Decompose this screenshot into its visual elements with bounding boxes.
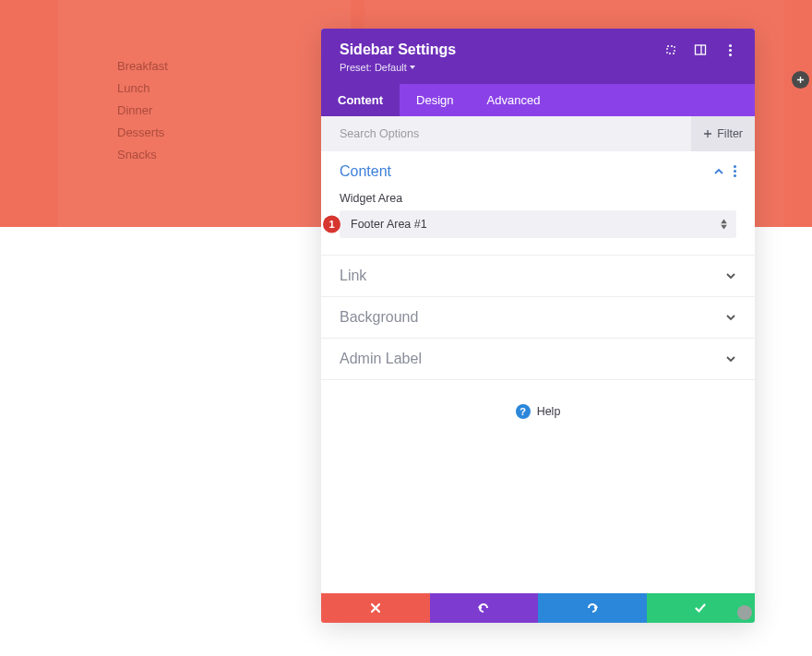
section-admin-label: Admin Label xyxy=(321,339,755,380)
section-content-title: Content xyxy=(340,163,391,180)
help-row[interactable]: ? Help xyxy=(321,380,755,443)
section-link-header[interactable]: Link xyxy=(321,256,755,296)
save-button[interactable] xyxy=(647,593,756,623)
plus-icon xyxy=(703,129,712,138)
redo-button[interactable] xyxy=(538,593,647,623)
sidebar-item-snacks[interactable]: Snacks xyxy=(117,148,168,163)
section-admin-label-title: Admin Label xyxy=(340,351,422,367)
preset-selector[interactable]: Preset: Default xyxy=(340,62,456,73)
snap-icon[interactable] xyxy=(694,43,707,56)
section-background: Background xyxy=(321,297,755,339)
tab-advanced[interactable]: Advanced xyxy=(471,84,557,116)
filter-button[interactable]: Filter xyxy=(691,116,755,151)
caret-down-icon xyxy=(410,66,415,69)
expand-icon[interactable] xyxy=(664,43,677,56)
section-link: Link xyxy=(321,256,755,297)
section-content-header[interactable]: Content xyxy=(321,151,755,192)
svg-rect-0 xyxy=(667,46,675,54)
panel-body: Content Widget Area 1 Footer Area #1 xyxy=(321,151,755,593)
close-icon xyxy=(369,602,382,614)
sidebar-item-lunch[interactable]: Lunch xyxy=(117,81,168,97)
widget-area-label: Widget Area xyxy=(340,192,736,205)
filter-label: Filter xyxy=(717,127,743,140)
more-options-icon[interactable] xyxy=(723,43,736,56)
sidebar-menu: Breakfast Lunch Dinner Desserts Snacks xyxy=(117,59,168,162)
tab-content[interactable]: Content xyxy=(321,84,400,116)
chevron-up-icon xyxy=(713,166,724,177)
tabs: Content Design Advanced xyxy=(321,84,755,116)
page-column-left xyxy=(58,0,351,227)
section-content: Content Widget Area 1 Footer Area #1 xyxy=(321,151,755,256)
sidebar-item-dinner[interactable]: Dinner xyxy=(117,103,168,119)
check-icon xyxy=(694,602,707,614)
cancel-button[interactable] xyxy=(321,593,430,623)
add-module-button[interactable] xyxy=(792,71,809,89)
settings-modal: Sidebar Settings Preset: Default Content… xyxy=(321,29,755,623)
sidebar-item-desserts[interactable]: Desserts xyxy=(117,125,168,141)
tab-design[interactable]: Design xyxy=(400,84,470,116)
help-icon: ? xyxy=(516,404,531,419)
chevron-down-icon xyxy=(725,270,736,281)
modal-header: Sidebar Settings Preset: Default xyxy=(321,29,755,84)
redo-icon xyxy=(586,602,599,614)
svg-rect-1 xyxy=(696,45,706,54)
section-admin-label-header[interactable]: Admin Label xyxy=(321,339,755,379)
section-link-title: Link xyxy=(340,268,366,284)
search-input[interactable]: Search Options xyxy=(340,127,419,140)
undo-button[interactable] xyxy=(430,593,539,623)
preset-label: Preset: Default xyxy=(340,62,407,73)
footer-actions xyxy=(321,593,755,623)
modal-title: Sidebar Settings xyxy=(340,41,456,60)
chevron-down-icon xyxy=(725,353,736,364)
step-badge-1: 1 xyxy=(323,215,340,233)
widget-area-select[interactable]: Footer Area #1 xyxy=(340,210,736,238)
help-label: Help xyxy=(537,405,561,418)
undo-icon xyxy=(477,602,490,614)
section-background-header[interactable]: Background xyxy=(321,297,755,338)
section-more-icon[interactable] xyxy=(734,165,736,177)
chevron-down-icon xyxy=(725,312,736,323)
search-row: Search Options Filter xyxy=(321,116,755,151)
section-background-title: Background xyxy=(340,309,418,326)
sidebar-item-breakfast[interactable]: Breakfast xyxy=(117,59,168,75)
resize-handle-icon[interactable] xyxy=(737,605,752,620)
